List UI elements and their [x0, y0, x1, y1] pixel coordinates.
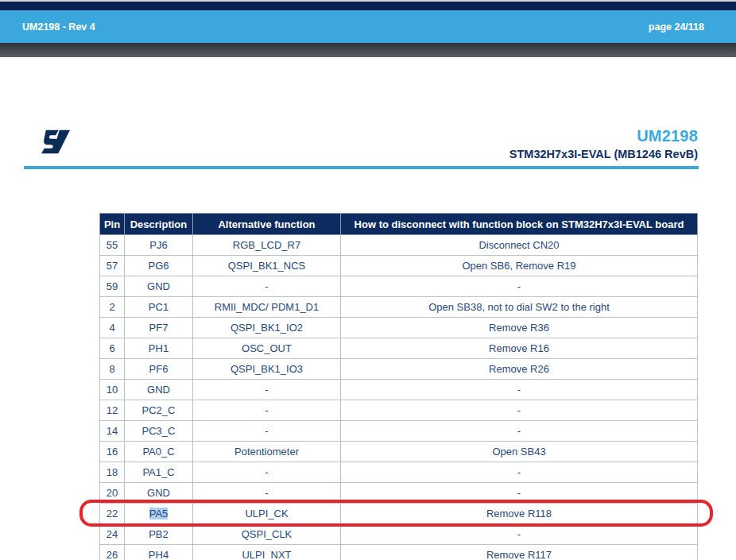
navy-strip — [0, 2, 736, 10]
cell-how_to_disconnect: - — [341, 400, 698, 421]
cell-alt_function: - — [193, 276, 341, 297]
cell-pin: 8 — [100, 359, 125, 380]
cell-description: PA5 — [125, 504, 193, 524]
header-row: PinDescriptionAlternative functionHow to… — [100, 214, 698, 235]
cell-how_to_disconnect: Remove R16 — [341, 338, 698, 359]
table-row: 59GND-- — [100, 276, 698, 297]
board-subtitle: STM32H7x3I-EVAL (MB1246 RevB) — [509, 148, 698, 160]
cell-pin: 18 — [100, 462, 125, 483]
table-row: 26PH4ULPI_NXTRemove R117 — [100, 545, 698, 560]
header-divider — [24, 166, 699, 169]
pdf-viewer-screen: UM2198 - Rev 4 page 24/118 UM2198 STM32H… — [0, 0, 736, 560]
cell-pin: 24 — [100, 524, 125, 545]
page-indicator: page 24/118 — [649, 21, 704, 33]
table-row: 2PC1RMII_MDC/ PDM1_D1Open SB38, not to d… — [100, 297, 698, 318]
cell-how_to_disconnect: - — [341, 276, 698, 297]
column-header-0: Pin — [100, 214, 125, 235]
cell-how_to_disconnect: - — [341, 380, 698, 400]
table-row: 14PC3_C-- — [100, 421, 698, 442]
cell-alt_function: OSC_OUT — [193, 338, 341, 359]
cell-alt_function: - — [193, 483, 341, 504]
cell-alt_function: QSPI_BK1_IO2 — [193, 318, 341, 338]
cell-how_to_disconnect: - — [341, 524, 698, 545]
cell-description: PJ6 — [125, 235, 193, 256]
cell-pin: 2 — [100, 297, 125, 318]
cell-description: PC1 — [125, 297, 193, 318]
cell-description: PB2 — [125, 524, 193, 545]
cell-description: PF6 — [125, 359, 193, 380]
cell-alt_function: - — [193, 400, 341, 421]
cell-pin: 57 — [100, 256, 125, 276]
table-body: 55PJ6RGB_LCD_R7Disconnect CN2057PG6QSPI_… — [100, 235, 698, 560]
cell-how_to_disconnect: - — [341, 421, 698, 442]
column-header-1: Description — [125, 214, 193, 235]
cell-pin: 14 — [100, 421, 125, 442]
cell-pin: 16 — [100, 442, 125, 462]
cell-alt_function: ULPI_NXT — [193, 545, 341, 560]
cell-pin: 10 — [100, 380, 125, 400]
cell-how_to_disconnect: Remove R118 — [341, 504, 698, 524]
table-row: 12PC2_C-- — [100, 400, 698, 421]
table-head: PinDescriptionAlternative functionHow to… — [100, 214, 698, 235]
table-row: 8PF6QSPI_BK1_IO3Remove R26 — [100, 359, 698, 380]
table-row: 20GND-- — [100, 483, 698, 504]
cell-description: GND — [125, 483, 193, 504]
cell-how_to_disconnect: Disconnect CN20 — [341, 235, 698, 256]
cell-pin: 59 — [100, 276, 125, 297]
cell-description: PG6 — [125, 256, 193, 276]
cell-alt_function: RMII_MDC/ PDM1_D1 — [193, 297, 341, 318]
cell-pin: 4 — [100, 318, 125, 338]
table-row-highlighted: 22PA5ULPI_CKRemove R118 — [100, 504, 698, 524]
cell-description: PC3_C — [125, 421, 193, 442]
cell-description: GND — [125, 380, 193, 400]
cell-pin: 6 — [100, 338, 125, 359]
cell-how_to_disconnect: Remove R26 — [341, 359, 698, 380]
selected-text[interactable]: PA5 — [149, 508, 169, 519]
cell-alt_function: QSPI_BK1_IO3 — [193, 359, 341, 380]
cell-alt_function: RGB_LCD_R7 — [193, 235, 341, 256]
cell-alt_function: - — [193, 462, 341, 483]
cell-description: PA0_C — [125, 442, 193, 462]
pin-disconnect-table: PinDescriptionAlternative functionHow to… — [99, 213, 698, 560]
cell-alt_function: - — [193, 421, 341, 442]
cell-pin: 55 — [100, 235, 125, 256]
viewer-toolbar: UM2198 - Rev 4 page 24/118 — [0, 10, 736, 43]
table-row: 55PJ6RGB_LCD_R7Disconnect CN20 — [100, 235, 698, 256]
table-row: 18PA1_C-- — [100, 462, 698, 483]
table-row: 6PH1OSC_OUTRemove R16 — [100, 338, 698, 359]
column-header-2: Alternative function — [193, 214, 341, 235]
doc-title-label: UM2198 - Rev 4 — [22, 21, 95, 33]
cell-how_to_disconnect: Open SB38, not to dial SW2 to the right — [341, 297, 698, 318]
table-row: 16PA0_CPotentiometerOpen SB43 — [100, 442, 698, 462]
cell-pin: 12 — [100, 400, 125, 421]
table-row: 4PF7QSPI_BK1_IO2Remove R36 — [100, 318, 698, 338]
cell-how_to_disconnect: Remove R36 — [341, 318, 698, 338]
cell-how_to_disconnect: Open SB43 — [341, 442, 698, 462]
table-row: 57PG6QSPI_BK1_NCSOpen SB6, Remove R19 — [100, 256, 698, 276]
cell-alt_function: QSPI_CLK — [193, 524, 341, 545]
cell-pin: 26 — [100, 545, 125, 560]
cell-alt_function: QSPI_BK1_NCS — [193, 256, 341, 276]
cell-alt_function: - — [193, 380, 341, 400]
cell-description: PF7 — [125, 318, 193, 338]
cell-description: PH4 — [125, 545, 193, 560]
table-row: 10GND-- — [100, 380, 698, 400]
cell-description: PC2_C — [125, 400, 193, 421]
document-header: UM2198 STM32H7x3I-EVAL (MB1246 RevB) — [509, 127, 698, 160]
document-id: UM2198 — [509, 127, 698, 145]
table-row: 24PB2QSPI_CLK- — [100, 524, 698, 545]
cell-description: GND — [125, 276, 193, 297]
cell-how_to_disconnect: Open SB6, Remove R19 — [341, 256, 698, 276]
cell-pin: 20 — [100, 483, 125, 504]
cell-alt_function: ULPI_CK — [193, 504, 341, 524]
st-logo-icon — [41, 129, 70, 155]
cell-description: PA1_C — [125, 462, 193, 483]
cell-alt_function: Potentiometer — [193, 442, 341, 462]
cell-pin: 22 — [100, 504, 125, 524]
column-header-3: How to disconnect with function block on… — [341, 214, 698, 235]
cell-description: PH1 — [125, 338, 193, 359]
cell-how_to_disconnect: - — [341, 483, 698, 504]
cell-how_to_disconnect: Remove R117 — [341, 545, 698, 560]
cell-how_to_disconnect: - — [341, 462, 698, 483]
toolbar-shadow-bar — [0, 43, 736, 57]
